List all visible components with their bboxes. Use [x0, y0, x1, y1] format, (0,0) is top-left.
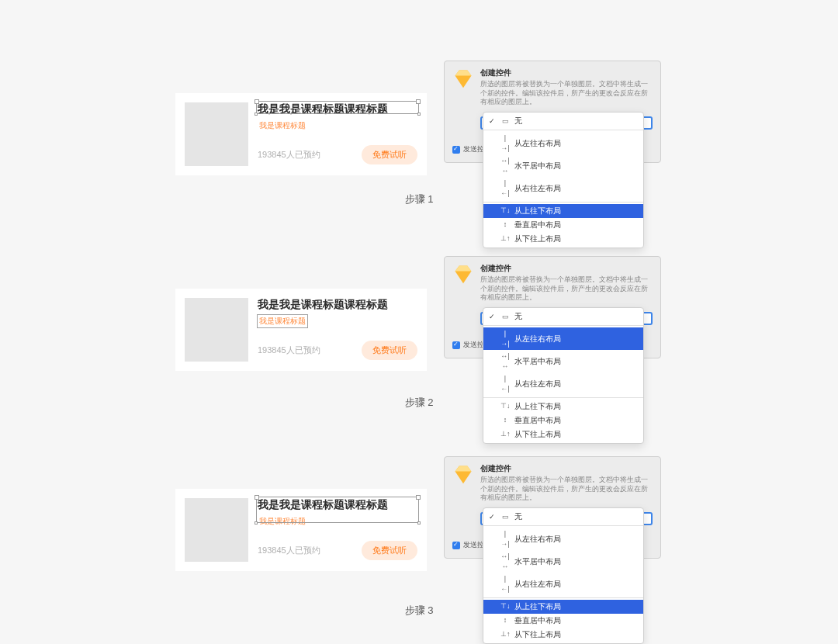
send-checkbox[interactable]	[452, 341, 460, 349]
dialog-title: 创建控件	[480, 263, 653, 274]
course-card: 我是我是课程标题课程标题 我是课程标题 193845人已预约 免费试听	[175, 93, 427, 175]
dropdown-item-b2t[interactable]: ⊥↑从下往上布局	[483, 232, 643, 246]
dropdown-item-vcenter[interactable]: ↕垂直居中布局	[483, 218, 643, 232]
dialog-title: 创建控件	[480, 68, 653, 78]
layout-dropdown[interactable]: ✓▭无 |→|从左往右布局 ↔|↔水平居中布局 |←|从右往左布局 ⊤↓从上往下…	[483, 507, 644, 644]
course-thumbnail	[185, 498, 248, 562]
dropdown-item-hcenter[interactable]: ↔|↔水平居中布局	[483, 154, 643, 177]
dropdown-item-none[interactable]: ✓▭无	[483, 510, 643, 524]
enroll-count: 193845人已预约	[258, 149, 320, 161]
selection-box	[256, 101, 419, 114]
course-card: 我是我是课程标题课程标题 我是课程标题 193845人已预约 免费试听	[175, 489, 427, 571]
course-thumbnail	[185, 298, 248, 362]
send-checkbox[interactable]	[452, 542, 460, 549]
step-1-label: 步骤 1	[0, 192, 838, 206]
dropdown-item-vcenter[interactable]: ↕垂直居中布局	[483, 414, 643, 428]
course-card: 我是我是课程标题课程标题 我是课程标题 193845人已预约 免费试听	[175, 289, 427, 371]
dialog-title: 创建控件	[480, 463, 653, 474]
enroll-count: 193845人已预约	[258, 545, 320, 556]
sketch-diamond-icon	[452, 263, 474, 285]
free-trial-button[interactable]: 免费试听	[362, 341, 417, 360]
selection-box	[256, 497, 419, 523]
course-title: 我是我是课程标题课程标题	[258, 298, 417, 312]
dropdown-item-none[interactable]: ✓▭无	[483, 310, 643, 324]
free-trial-button[interactable]: 免费试听	[362, 541, 417, 560]
dropdown-item-none[interactable]: ✓▭无	[483, 114, 643, 128]
dropdown-item-l2r[interactable]: |→|从左往右布局	[483, 528, 643, 550]
dropdown-item-l2r[interactable]: |→|从左往右布局	[483, 327, 643, 350]
step-2-label: 步骤 2	[0, 396, 838, 410]
dropdown-item-hcenter[interactable]: ↔|↔水平居中布局	[483, 350, 643, 372]
sketch-diamond-icon	[452, 463, 474, 485]
free-trial-button[interactable]: 免费试听	[362, 145, 417, 164]
enroll-count: 193845人已预约	[258, 345, 320, 356]
layout-dropdown[interactable]: ✓▭无 |→|从左往右布局 ↔|↔水平居中布局 |←|从右往左布局 ⊤↓从上往下…	[483, 307, 644, 444]
course-subtitle: 我是课程标题	[258, 119, 307, 132]
send-checkbox[interactable]	[452, 146, 460, 154]
course-thumbnail	[185, 102, 248, 166]
dropdown-item-hcenter[interactable]: ↔|↔水平居中布局	[483, 550, 643, 573]
dropdown-item-b2t[interactable]: ⊥↑从下往上布局	[483, 428, 643, 441]
sketch-diamond-icon	[452, 68, 474, 89]
dialog-description: 所选的图层将被替换为一个单独图层。文档中将生成一个新的控件。编辑该控件后，所产生…	[480, 80, 653, 107]
dropdown-item-r2l[interactable]: |←|从右往左布局	[483, 372, 643, 395]
dialog-description: 所选的图层将被替换为一个单独图层。文档中将生成一个新的控件。编辑该控件后，所产生…	[480, 275, 653, 303]
step-3-label: 步骤 3	[0, 604, 838, 618]
dialog-description: 所选的图层将被替换为一个单独图层。文档中将生成一个新的控件。编辑该控件后，所产生…	[480, 476, 653, 503]
dropdown-item-b2t[interactable]: ⊥↑从下往上布局	[483, 628, 643, 642]
dropdown-item-l2r[interactable]: |→|从左往右布局	[483, 132, 643, 154]
dropdown-item-r2l[interactable]: |←|从右往左布局	[483, 573, 643, 595]
course-subtitle-selected: 我是课程标题	[258, 315, 307, 327]
layout-dropdown[interactable]: ✓▭无 |→|从左往右布局 ↔|↔水平居中布局 |←|从右往左布局 ⊤↓从上往下…	[483, 112, 644, 248]
